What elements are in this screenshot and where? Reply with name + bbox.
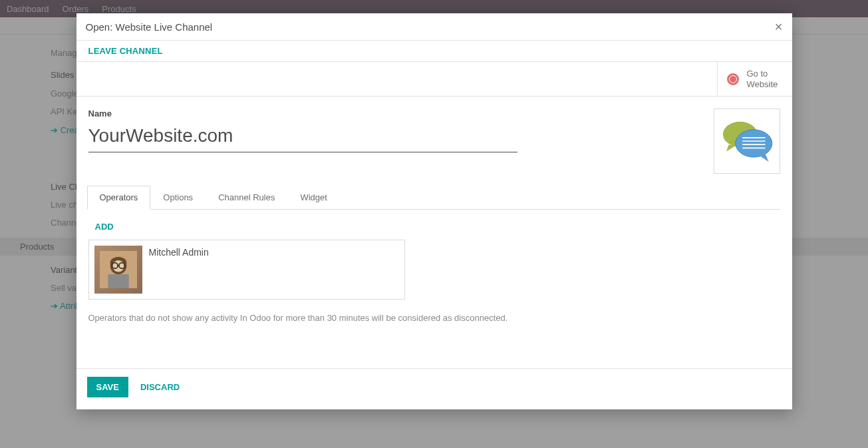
modal-actionbar: LEAVE CHANNEL <box>76 41 792 62</box>
name-label: Name <box>88 109 700 118</box>
name-input[interactable] <box>88 122 517 152</box>
modal-title: Open: Website Live Channel <box>86 21 213 33</box>
leave-channel-button[interactable]: LEAVE CHANNEL <box>88 46 163 56</box>
chat-bubbles-icon <box>718 112 776 170</box>
modal-header: Open: Website Live Channel × <box>76 13 792 41</box>
tab-widget[interactable]: Widget <box>287 186 339 209</box>
channel-image[interactable] <box>714 109 780 174</box>
operators-helper-text: Operators that do not show any activity … <box>88 313 780 323</box>
go-to-website-button[interactable]: Go to Website <box>717 62 792 96</box>
tab-operators[interactable]: Operators <box>87 186 151 210</box>
tab-channel-rules[interactable]: Channel Rules <box>206 186 287 209</box>
modal-overlay: Open: Website Live Channel × LEAVE CHANN… <box>0 0 868 448</box>
modal-body: Name Operator <box>76 97 792 335</box>
close-icon[interactable]: × <box>775 20 783 33</box>
avatar <box>94 246 142 294</box>
svg-rect-12 <box>108 274 129 288</box>
add-operator-button[interactable]: ADD <box>95 222 114 232</box>
operator-name: Mitchell Admin <box>149 247 209 258</box>
operator-card[interactable]: Mitchell Admin <box>88 240 405 300</box>
globe-icon <box>727 73 739 85</box>
tabs: Operators Options Channel Rules Widget <box>87 186 780 210</box>
tab-options[interactable]: Options <box>150 186 206 209</box>
modal: Open: Website Live Channel × LEAVE CHANN… <box>76 13 792 409</box>
modal-footer: SAVE DISCARD <box>76 368 792 409</box>
save-button[interactable]: SAVE <box>87 377 128 397</box>
modal-gotosite: Go to Website <box>76 62 792 97</box>
svg-point-1 <box>735 130 772 157</box>
discard-button[interactable]: DISCARD <box>140 382 180 392</box>
go-to-website-label: Go to Website <box>747 69 780 89</box>
